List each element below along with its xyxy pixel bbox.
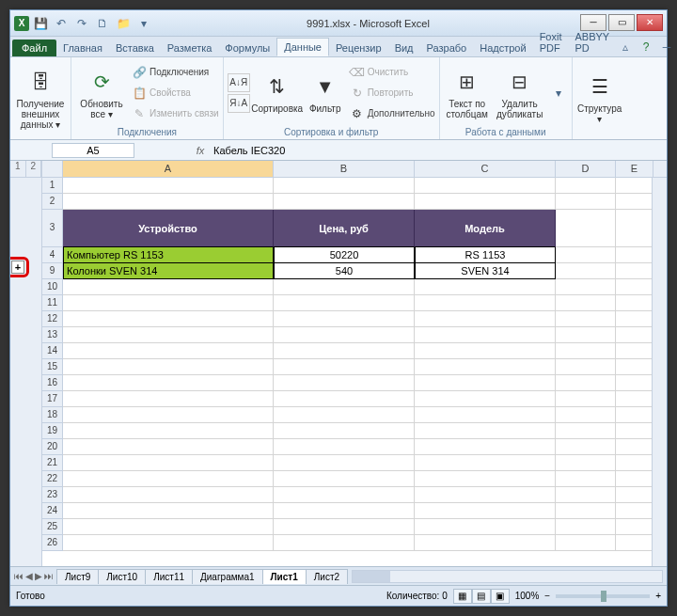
header-device[interactable]: Устройство	[63, 210, 274, 247]
col-header-D[interactable]: D	[556, 161, 616, 177]
row-header[interactable]: 4	[42, 247, 63, 263]
row-header[interactable]: 24	[42, 503, 63, 519]
col-header-E[interactable]: E	[616, 161, 653, 177]
ribbon-minimize-icon[interactable]: ▵	[616, 38, 635, 56]
text-to-columns-button[interactable]: ⊞ Текст по столбцам	[444, 67, 491, 119]
row-header[interactable]: 22	[42, 471, 63, 487]
remove-duplicates-button[interactable]: ⊟ Удалить дубликаты	[495, 67, 545, 119]
tab-view[interactable]: Вид	[388, 39, 420, 56]
advanced-filter-button[interactable]: ⚙Дополнительно	[350, 104, 435, 123]
reapply-button[interactable]: ↻Повторить	[350, 84, 435, 103]
row-header[interactable]: 1	[42, 178, 63, 194]
zoom-slider[interactable]	[556, 594, 650, 598]
cell-model[interactable]: RS 1153	[415, 247, 556, 263]
row-header[interactable]: 15	[42, 359, 63, 375]
formula-input[interactable]: Кабель IEC320	[210, 145, 667, 156]
tab-review[interactable]: Рецензир	[329, 39, 388, 56]
row-header[interactable]: 16	[42, 375, 63, 391]
row-header[interactable]: 19	[42, 423, 63, 439]
sheet-tab[interactable]: Лист9	[56, 569, 99, 584]
col-header-A[interactable]: A	[63, 161, 274, 177]
tab-foxit[interactable]: Foxit PDF	[533, 28, 569, 56]
view-normal-icon[interactable]: ▦	[453, 589, 472, 604]
get-external-data-button[interactable]: 🗄 Получение внешних данных ▾	[14, 67, 67, 130]
row-header[interactable]: 20	[42, 439, 63, 455]
zoom-in-button[interactable]: +	[655, 591, 661, 601]
tab-first-icon[interactable]: ⏮	[14, 571, 24, 581]
qat-open-icon[interactable]: 📁	[114, 14, 133, 33]
qat-undo-icon[interactable]: ↶	[52, 14, 71, 33]
tab-abbyy[interactable]: ABBYY PD	[568, 28, 616, 56]
row-header[interactable]: 21	[42, 455, 63, 471]
outline-level-2[interactable]: 2	[26, 161, 42, 177]
row-header[interactable]: 23	[42, 487, 63, 503]
header-model[interactable]: Модель	[415, 210, 556, 247]
row-header[interactable]: 11	[42, 295, 63, 311]
row-header[interactable]: 26	[42, 535, 63, 551]
properties-button[interactable]: 📋Свойства	[132, 84, 219, 103]
connections-button[interactable]: 🔗Подключения	[132, 63, 219, 82]
outline-button[interactable]: ☰ Структура ▾	[576, 71, 623, 124]
row-header[interactable]: 13	[42, 327, 63, 343]
sheet-tab-active[interactable]: Лист1	[262, 569, 307, 584]
row-header[interactable]: 25	[42, 519, 63, 535]
outline-expand-button[interactable]: +	[11, 261, 24, 274]
doc-minimize-icon[interactable]: ─	[657, 38, 676, 56]
zoom-out-button[interactable]: −	[544, 591, 550, 601]
tab-prev-icon[interactable]: ◀	[25, 571, 33, 581]
tab-insert[interactable]: Вставка	[109, 39, 161, 56]
row-header[interactable]: 14	[42, 343, 63, 359]
tab-file[interactable]: Файл	[12, 39, 56, 56]
sort-desc-button[interactable]: Я↓А	[228, 94, 250, 113]
grid-body[interactable]: 1 2 3 Устройство Цена, руб Модель 4 Комп…	[42, 178, 667, 566]
row-header[interactable]: 18	[42, 407, 63, 423]
row-header[interactable]: 12	[42, 311, 63, 327]
tab-layout[interactable]: Разметка	[161, 39, 219, 56]
sheet-tab[interactable]: Лист11	[145, 569, 193, 584]
tab-data[interactable]: Данные	[276, 38, 329, 56]
view-pagebreak-icon[interactable]: ▣	[491, 589, 510, 604]
cell-device[interactable]: Компьютер RS 1153	[63, 247, 274, 263]
horizontal-scrollbar[interactable]	[352, 570, 663, 583]
tab-home[interactable]: Главная	[56, 39, 109, 56]
sort-button[interactable]: ⇅ Сортировка	[254, 71, 301, 114]
refresh-all-button[interactable]: ⟳ Обновить все ▾	[75, 67, 128, 119]
help-icon[interactable]: ?	[637, 38, 655, 56]
close-button[interactable]: ✕	[637, 14, 663, 31]
tab-last-icon[interactable]: ⏭	[44, 571, 54, 581]
row-header[interactable]: 3	[42, 210, 63, 247]
col-header-C[interactable]: C	[415, 161, 556, 177]
qat-save-icon[interactable]: 💾	[31, 14, 50, 33]
qat-new-icon[interactable]: 🗋	[93, 14, 112, 33]
cell-price[interactable]: 540	[274, 263, 415, 279]
name-box[interactable]: A5	[52, 143, 134, 158]
vertical-scrollbar[interactable]	[652, 178, 667, 566]
more-tools-icon[interactable]: ▾	[549, 84, 568, 103]
tab-addins[interactable]: Надстрой	[473, 39, 532, 56]
header-price[interactable]: Цена, руб	[274, 210, 415, 247]
sheet-tab[interactable]: Лист10	[98, 569, 146, 584]
row-header[interactable]: 17	[42, 391, 63, 407]
row-header[interactable]: 10	[42, 279, 63, 295]
sheet-tab[interactable]: Диаграмма1	[192, 569, 263, 584]
tab-formulas[interactable]: Формулы	[218, 39, 276, 56]
select-all-corner[interactable]	[42, 161, 63, 177]
cell-model[interactable]: SVEN 314	[415, 263, 556, 279]
sheet-tab[interactable]: Лист2	[306, 569, 348, 584]
qat-more-icon[interactable]: ▾	[134, 14, 153, 33]
row-header[interactable]: 2	[42, 194, 63, 210]
tab-next-icon[interactable]: ▶	[35, 571, 42, 581]
outline-level-1[interactable]: 1	[10, 161, 26, 177]
cell-device[interactable]: Колонки SVEN 314	[63, 263, 274, 279]
tab-developer[interactable]: Разрабо	[420, 39, 474, 56]
col-header-B[interactable]: B	[274, 161, 415, 177]
qat-redo-icon[interactable]: ↷	[72, 14, 91, 33]
edit-links-button[interactable]: ✎Изменить связи	[132, 104, 219, 123]
view-layout-icon[interactable]: ▤	[472, 589, 491, 604]
cell-price[interactable]: 50220	[274, 247, 415, 263]
row-header[interactable]: 9	[42, 263, 63, 279]
fx-button[interactable]: fx	[191, 145, 210, 156]
clear-filter-button[interactable]: ⌫Очистить	[350, 63, 435, 82]
filter-button[interactable]: ▼ Фильтр	[305, 71, 346, 114]
sort-asc-button[interactable]: А↓Я	[228, 73, 250, 92]
